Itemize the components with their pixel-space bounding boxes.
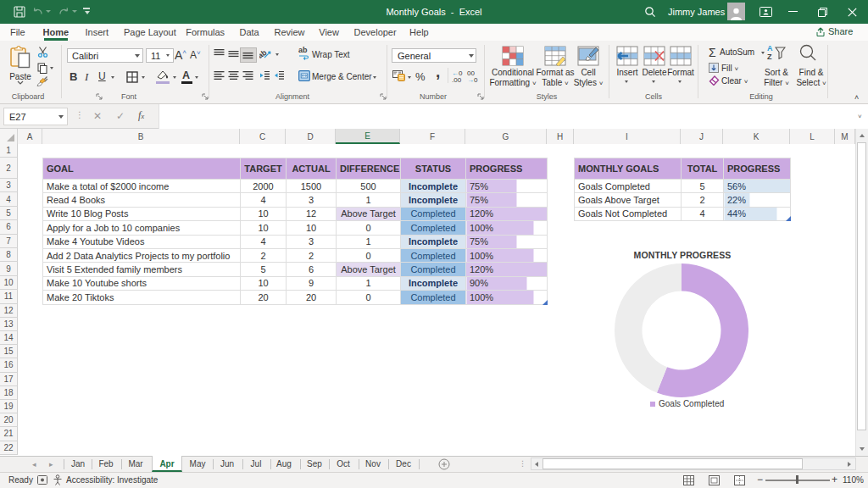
svg-text:ab: ab	[259, 47, 269, 60]
